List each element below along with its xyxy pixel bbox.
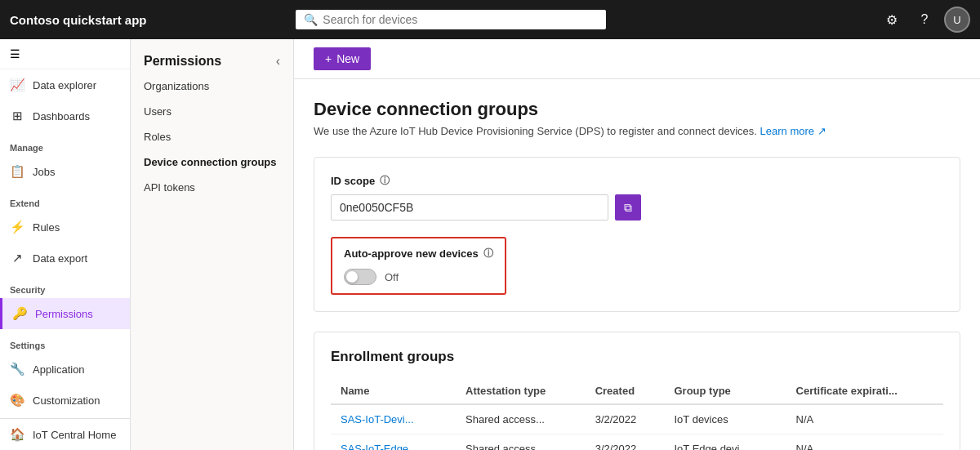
plus-icon: + — [325, 52, 332, 65]
layout: ☰ 📈 Data explorer ⊞ Dashboards Manage 📋 … — [0, 39, 980, 450]
external-link-icon: ↗ — [817, 125, 826, 137]
auto-approve-box: Auto-approve new devices ⓘ Off — [331, 237, 506, 295]
sidebar-item-application[interactable]: 🔧 Application — [0, 354, 130, 385]
main-content: + New Device connection groups We use th… — [294, 39, 980, 450]
sidebar-item-label: Dashboards — [33, 110, 90, 123]
cell-group-type-1: IoT Edge devi... — [665, 434, 786, 451]
cell-group-type-0: IoT devices — [665, 404, 786, 434]
topbar-icons: ⚙ ? U — [879, 7, 970, 33]
topbar-title: Contoso quickstart app — [10, 13, 147, 27]
id-scope-label: ID scope ⓘ — [331, 174, 943, 188]
table-body: SAS-IoT-Devi... Shared access... 3/2/202… — [331, 404, 943, 450]
col-header-group-type: Group type — [665, 378, 786, 404]
avatar-initials: U — [953, 14, 960, 26]
sidebar-bottom: 🏠 IoT Central Home — [0, 418, 130, 450]
jobs-icon: 📋 — [10, 164, 24, 179]
enrollment-title: Enrollment groups — [331, 349, 943, 365]
col-header-attestation: Attestation type — [456, 378, 586, 404]
col-header-name: Name — [331, 378, 456, 404]
table-header: Name Attestation type Created Group type… — [331, 378, 943, 404]
export-icon: ↗ — [10, 251, 24, 265]
customization-icon: 🎨 — [10, 393, 24, 408]
cell-certificate-0: N/A — [786, 404, 943, 434]
mid-nav-item-api-tokens[interactable]: API tokens — [131, 175, 293, 200]
sidebar-item-label: Application — [33, 363, 85, 376]
mid-nav-header: Permissions ‹ — [131, 46, 293, 74]
toggle-state-label: Off — [385, 271, 399, 283]
mid-nav-item-organizations[interactable]: Organizations — [131, 74, 293, 99]
col-header-created: Created — [586, 378, 665, 404]
page-description: We use the Azure IoT Hub Device Provisio… — [314, 125, 960, 137]
mid-nav-item-device-connection-groups[interactable]: Device connection groups — [131, 149, 293, 175]
id-scope-card: ID scope ⓘ ⧉ Auto-approve new devices ⓘ — [314, 157, 960, 312]
settings-icon-button[interactable]: ⚙ — [879, 7, 905, 33]
mid-nav-title: Permissions — [144, 54, 221, 69]
sidebar-item-permissions[interactable]: 🔑 Permissions — [0, 298, 130, 329]
extend-section-label: Extend — [0, 187, 130, 212]
page-body: Device connection groups We use the Azur… — [294, 79, 980, 450]
copy-icon: ⧉ — [624, 201, 632, 215]
sidebar-item-label: Customization — [33, 394, 100, 407]
sidebar-item-iot-central-home[interactable]: 🏠 IoT Central Home — [0, 419, 130, 450]
sidebar-item-dashboards[interactable]: ⊞ Dashboards — [0, 100, 130, 131]
auto-approve-info-icon[interactable]: ⓘ — [483, 247, 493, 261]
sidebar-item-jobs[interactable]: 📋 Jobs — [0, 156, 130, 187]
sidebar-item-data-explorer[interactable]: 📈 Data explorer — [0, 69, 130, 100]
sidebar: ☰ 📈 Data explorer ⊞ Dashboards Manage 📋 … — [0, 39, 131, 450]
sidebar-item-label: Jobs — [33, 166, 55, 178]
cell-attestation-1: Shared access... — [456, 434, 586, 451]
sidebar-item-customization[interactable]: 🎨 Customization — [0, 385, 130, 416]
table-row: SAS-IoT-Edge... Shared access... 3/2/202… — [331, 434, 943, 451]
mid-nav-collapse-button[interactable]: ‹ — [276, 54, 280, 69]
table-row: SAS-IoT-Devi... Shared access... 3/2/202… — [331, 404, 943, 434]
id-scope-input[interactable] — [331, 194, 608, 221]
toggle-thumb — [346, 271, 358, 283]
sidebar-item-label: Data export — [33, 252, 87, 265]
hamburger-menu[interactable]: ☰ — [0, 39, 130, 69]
enrollment-card: Enrollment groups Name Attestation type … — [314, 332, 960, 450]
enrollment-table-wrap: Name Attestation type Created Group type… — [331, 378, 943, 450]
help-icon-button[interactable]: ? — [911, 7, 938, 33]
grid-icon: ⊞ — [10, 109, 24, 123]
sidebar-item-rules[interactable]: ⚡ Rules — [0, 212, 130, 243]
cell-attestation-0: Shared access... — [456, 404, 586, 434]
chart-icon: 📈 — [10, 78, 24, 92]
key-icon: 🔑 — [12, 306, 27, 321]
toolbar: + New — [294, 39, 980, 79]
sidebar-item-label: Rules — [33, 221, 60, 234]
copy-button[interactable]: ⧉ — [615, 194, 641, 221]
search-icon: 🔍 — [304, 13, 318, 26]
settings-section-label: Settings — [0, 329, 130, 354]
hamburger-icon: ☰ — [10, 47, 20, 60]
search-bar[interactable]: 🔍 — [296, 10, 606, 29]
new-button[interactable]: + New — [314, 47, 371, 70]
topbar: Contoso quickstart app 🔍 ⚙ ? U — [0, 0, 980, 39]
learn-more-link[interactable]: Learn more ↗ — [760, 125, 826, 137]
new-button-label: New — [336, 52, 359, 65]
mid-nav: Permissions ‹ Organizations Users Roles … — [131, 39, 294, 450]
id-scope-field-row: ⧉ — [331, 194, 943, 221]
auto-approve-toggle[interactable] — [344, 269, 376, 285]
row-0-name-link[interactable]: SAS-IoT-Devi... — [341, 413, 414, 425]
col-header-certificate: Certificate expirati... — [786, 378, 943, 404]
avatar[interactable]: U — [944, 7, 970, 33]
sidebar-item-label: Permissions — [35, 308, 93, 320]
sidebar-item-data-export[interactable]: ↗ Data export — [0, 243, 130, 274]
page-title: Device connection groups — [314, 99, 960, 120]
toggle-row: Off — [344, 269, 493, 285]
id-scope-info-icon[interactable]: ⓘ — [380, 174, 390, 188]
mid-nav-item-roles[interactable]: Roles — [131, 124, 293, 149]
mid-nav-item-users[interactable]: Users — [131, 99, 293, 124]
cell-certificate-1: N/A — [786, 434, 943, 451]
row-1-name-link[interactable]: SAS-IoT-Edge... — [341, 443, 417, 450]
rules-icon: ⚡ — [10, 220, 24, 234]
enrollment-table: Name Attestation type Created Group type… — [331, 378, 943, 450]
search-input[interactable] — [323, 13, 598, 26]
cell-name-1: SAS-IoT-Edge... — [331, 434, 456, 451]
cell-name-0: SAS-IoT-Devi... — [331, 404, 456, 434]
application-icon: 🔧 — [10, 362, 24, 376]
auto-approve-label: Auto-approve new devices ⓘ — [344, 247, 493, 261]
cell-created-0: 3/2/2022 — [586, 404, 665, 434]
home-icon: 🏠 — [10, 427, 24, 442]
sidebar-item-label: IoT Central Home — [33, 429, 116, 441]
